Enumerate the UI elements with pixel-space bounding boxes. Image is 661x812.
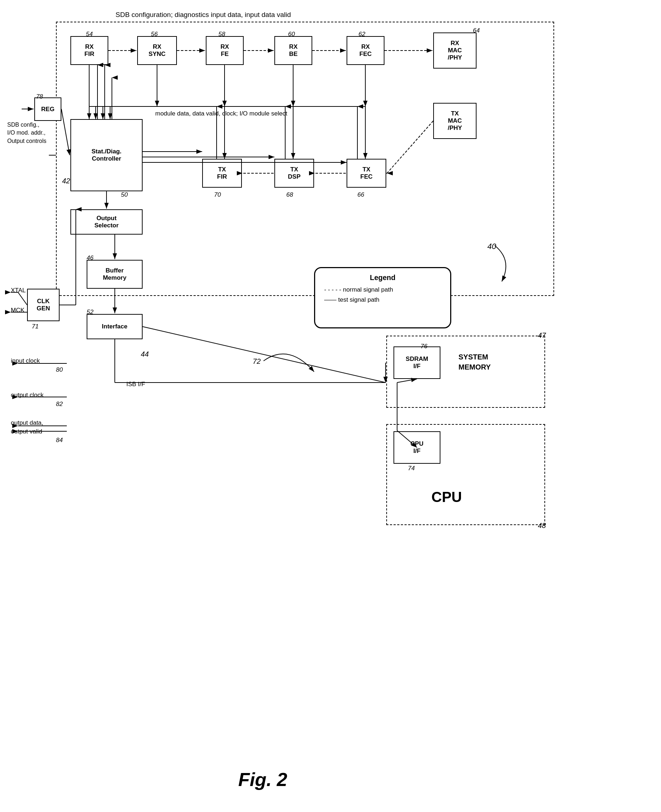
- clk-gen-box: CLK GEN: [27, 289, 59, 321]
- num-72: 72: [253, 357, 261, 365]
- rx-sync-box: RX SYNC: [137, 36, 177, 65]
- buffer-mem-box: Buffer Memory: [87, 260, 143, 289]
- num-80: 80: [56, 366, 63, 373]
- tx-mac-phy-box: TX MAC /PHY: [433, 103, 477, 139]
- rx-fec-box: RX FEC: [346, 36, 385, 65]
- module-data-label: module data, data valid, clock; I/O modu…: [155, 110, 287, 117]
- legend-box: Legend - - - - - normal signal path —— t…: [314, 267, 451, 329]
- clk-gen-id: 71: [32, 323, 38, 330]
- rx-fe-id: 58: [219, 31, 225, 38]
- reg-box: REG: [34, 97, 61, 121]
- reg-id: 78: [36, 93, 43, 101]
- input-clock-label: input clock: [11, 357, 40, 364]
- output-data-label: output data,output valid: [11, 419, 43, 436]
- fig-label: Fig. 2: [238, 769, 287, 790]
- rx-fe-box: RX FE: [206, 36, 244, 65]
- rx-be-id: 60: [288, 31, 295, 38]
- xtal-label: XTAL: [11, 287, 26, 294]
- rx-mac-phy-box: RX MAC /PHY: [433, 32, 477, 69]
- stat-diag-box: Stat./Diag. Controller: [70, 119, 143, 191]
- num-47: 47: [538, 331, 546, 340]
- cpu-label: CPU: [431, 489, 462, 505]
- legend-dashed: - - - - - normal signal path: [324, 286, 441, 294]
- top-label: SDB configuration; diagnostics input dat…: [115, 11, 291, 19]
- system-memory-label: SYSTEMMEMORY: [458, 352, 490, 372]
- num-44: 44: [141, 350, 149, 358]
- rx-mac-phy-id: 64: [473, 27, 480, 34]
- svg-line-39: [143, 327, 386, 383]
- output-clock-label: output clock: [11, 392, 44, 399]
- rx-fec-id: 62: [358, 31, 365, 38]
- diagram: SDB configuration; diagnostics input dat…: [0, 0, 661, 812]
- num-82: 82: [56, 400, 63, 408]
- legend-title: Legend: [324, 274, 441, 282]
- cpu-if-box: CPU I/F: [393, 431, 441, 464]
- num-48: 48: [538, 522, 546, 530]
- interface-box: Interface: [87, 314, 143, 339]
- sdram-if-id: 76: [421, 343, 428, 350]
- tx-fec-box: TX FEC: [346, 159, 386, 188]
- tx-fir-box: TX FIR: [202, 159, 242, 188]
- tx-dsp-box: TX DSP: [275, 159, 314, 188]
- tx-fec-id: 66: [358, 191, 364, 198]
- svg-line-50: [18, 292, 27, 305]
- sdb-config-label: SDB config.,I/O mod. addr.,Output contro…: [7, 121, 46, 145]
- tx-dsp-id: 68: [286, 191, 293, 198]
- rx-fir-id: 54: [86, 31, 93, 38]
- buffer-mem-id: 46: [87, 254, 94, 262]
- rx-be-box: RX BE: [275, 36, 312, 65]
- legend-solid: —— test signal path: [324, 296, 441, 303]
- num-84: 84: [56, 437, 63, 444]
- mck-label: MCK: [11, 307, 24, 314]
- sdram-if-box: SDRAM I/F: [393, 346, 441, 379]
- num-40: 40: [487, 242, 496, 251]
- rx-fir-box: RX FIR: [70, 36, 108, 65]
- isb-if-label: ISB I/F: [126, 381, 145, 388]
- rx-sync-id: 56: [151, 31, 158, 38]
- output-sel-box: Output Selector: [70, 209, 143, 235]
- interface-id: 52: [87, 309, 94, 316]
- tx-fir-id: 70: [214, 191, 221, 198]
- stat-diag-id: 50: [121, 191, 128, 198]
- num-42: 42: [62, 177, 70, 185]
- cpu-if-id: 74: [408, 465, 415, 472]
